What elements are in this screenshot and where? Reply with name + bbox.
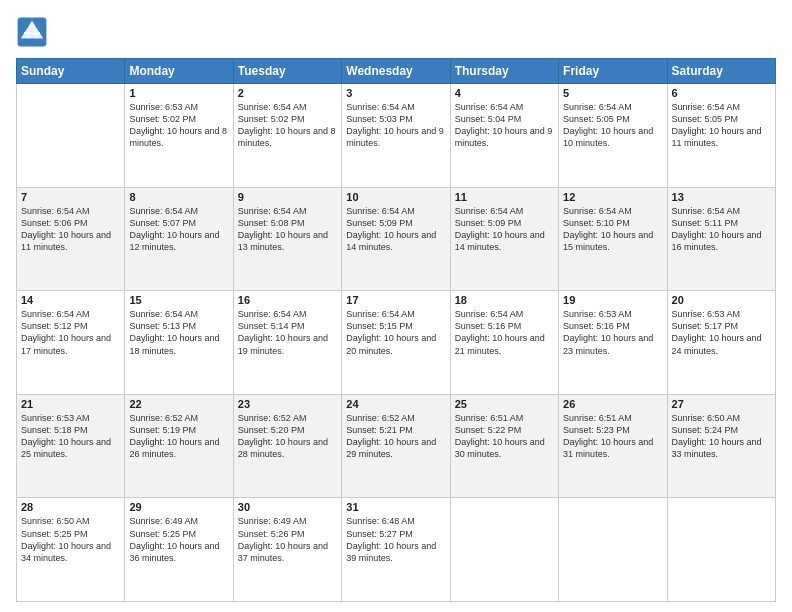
day-of-week-header: Tuesday [233,59,341,84]
calendar-cell: 25Sunrise: 6:51 AMSunset: 5:22 PMDayligh… [450,394,558,498]
day-number: 8 [129,191,228,203]
day-number: 26 [563,398,662,410]
calendar-cell: 14Sunrise: 6:54 AMSunset: 5:12 PMDayligh… [17,291,125,395]
calendar-cell: 28Sunrise: 6:50 AMSunset: 5:25 PMDayligh… [17,498,125,602]
day-number: 2 [238,87,337,99]
calendar-cell: 3Sunrise: 6:54 AMSunset: 5:03 PMDaylight… [342,84,450,188]
cell-info: Sunrise: 6:54 AMSunset: 5:13 PMDaylight:… [129,308,228,357]
day-number: 17 [346,294,445,306]
calendar-week-row: 1Sunrise: 6:53 AMSunset: 5:02 PMDaylight… [17,84,776,188]
calendar-cell: 1Sunrise: 6:53 AMSunset: 5:02 PMDaylight… [125,84,233,188]
day-number: 31 [346,501,445,513]
day-number: 6 [672,87,771,99]
cell-info: Sunrise: 6:53 AMSunset: 5:17 PMDaylight:… [672,308,771,357]
page: SundayMondayTuesdayWednesdayThursdayFrid… [0,0,792,612]
cell-info: Sunrise: 6:53 AMSunset: 5:02 PMDaylight:… [129,101,228,150]
calendar-header-row: SundayMondayTuesdayWednesdayThursdayFrid… [17,59,776,84]
day-number: 5 [563,87,662,99]
day-number: 13 [672,191,771,203]
cell-info: Sunrise: 6:48 AMSunset: 5:27 PMDaylight:… [346,515,445,564]
cell-info: Sunrise: 6:52 AMSunset: 5:21 PMDaylight:… [346,412,445,461]
day-number: 11 [455,191,554,203]
day-number: 24 [346,398,445,410]
cell-info: Sunrise: 6:54 AMSunset: 5:12 PMDaylight:… [21,308,120,357]
cell-info: Sunrise: 6:49 AMSunset: 5:26 PMDaylight:… [238,515,337,564]
calendar-cell: 5Sunrise: 6:54 AMSunset: 5:05 PMDaylight… [559,84,667,188]
cell-info: Sunrise: 6:54 AMSunset: 5:06 PMDaylight:… [21,205,120,254]
cell-info: Sunrise: 6:54 AMSunset: 5:16 PMDaylight:… [455,308,554,357]
calendar-cell: 10Sunrise: 6:54 AMSunset: 5:09 PMDayligh… [342,187,450,291]
day-of-week-header: Friday [559,59,667,84]
day-number: 14 [21,294,120,306]
general-blue-icon [16,16,48,48]
calendar-cell: 11Sunrise: 6:54 AMSunset: 5:09 PMDayligh… [450,187,558,291]
calendar-cell: 7Sunrise: 6:54 AMSunset: 5:06 PMDaylight… [17,187,125,291]
cell-info: Sunrise: 6:50 AMSunset: 5:25 PMDaylight:… [21,515,120,564]
calendar-cell [450,498,558,602]
day-of-week-header: Monday [125,59,233,84]
cell-info: Sunrise: 6:49 AMSunset: 5:25 PMDaylight:… [129,515,228,564]
day-number: 3 [346,87,445,99]
calendar-cell: 29Sunrise: 6:49 AMSunset: 5:25 PMDayligh… [125,498,233,602]
cell-info: Sunrise: 6:52 AMSunset: 5:19 PMDaylight:… [129,412,228,461]
cell-info: Sunrise: 6:54 AMSunset: 5:03 PMDaylight:… [346,101,445,150]
day-number: 22 [129,398,228,410]
calendar-cell: 2Sunrise: 6:54 AMSunset: 5:02 PMDaylight… [233,84,341,188]
calendar-week-row: 21Sunrise: 6:53 AMSunset: 5:18 PMDayligh… [17,394,776,498]
calendar-cell: 17Sunrise: 6:54 AMSunset: 5:15 PMDayligh… [342,291,450,395]
calendar-week-row: 28Sunrise: 6:50 AMSunset: 5:25 PMDayligh… [17,498,776,602]
cell-info: Sunrise: 6:50 AMSunset: 5:24 PMDaylight:… [672,412,771,461]
calendar-cell: 31Sunrise: 6:48 AMSunset: 5:27 PMDayligh… [342,498,450,602]
calendar-cell: 26Sunrise: 6:51 AMSunset: 5:23 PMDayligh… [559,394,667,498]
cell-info: Sunrise: 6:54 AMSunset: 5:08 PMDaylight:… [238,205,337,254]
day-number: 12 [563,191,662,203]
calendar-cell: 30Sunrise: 6:49 AMSunset: 5:26 PMDayligh… [233,498,341,602]
cell-info: Sunrise: 6:54 AMSunset: 5:15 PMDaylight:… [346,308,445,357]
calendar-cell: 24Sunrise: 6:52 AMSunset: 5:21 PMDayligh… [342,394,450,498]
calendar-cell: 21Sunrise: 6:53 AMSunset: 5:18 PMDayligh… [17,394,125,498]
cell-info: Sunrise: 6:54 AMSunset: 5:05 PMDaylight:… [563,101,662,150]
calendar-cell: 15Sunrise: 6:54 AMSunset: 5:13 PMDayligh… [125,291,233,395]
day-number: 4 [455,87,554,99]
day-number: 9 [238,191,337,203]
calendar-week-row: 7Sunrise: 6:54 AMSunset: 5:06 PMDaylight… [17,187,776,291]
calendar-cell: 27Sunrise: 6:50 AMSunset: 5:24 PMDayligh… [667,394,775,498]
day-number: 19 [563,294,662,306]
calendar-week-row: 14Sunrise: 6:54 AMSunset: 5:12 PMDayligh… [17,291,776,395]
day-number: 25 [455,398,554,410]
calendar-cell: 22Sunrise: 6:52 AMSunset: 5:19 PMDayligh… [125,394,233,498]
day-number: 28 [21,501,120,513]
calendar-cell: 23Sunrise: 6:52 AMSunset: 5:20 PMDayligh… [233,394,341,498]
cell-info: Sunrise: 6:52 AMSunset: 5:20 PMDaylight:… [238,412,337,461]
day-number: 10 [346,191,445,203]
cell-info: Sunrise: 6:54 AMSunset: 5:09 PMDaylight:… [346,205,445,254]
calendar-cell: 13Sunrise: 6:54 AMSunset: 5:11 PMDayligh… [667,187,775,291]
cell-info: Sunrise: 6:54 AMSunset: 5:10 PMDaylight:… [563,205,662,254]
day-number: 29 [129,501,228,513]
cell-info: Sunrise: 6:51 AMSunset: 5:22 PMDaylight:… [455,412,554,461]
day-number: 16 [238,294,337,306]
day-number: 21 [21,398,120,410]
calendar-cell: 4Sunrise: 6:54 AMSunset: 5:04 PMDaylight… [450,84,558,188]
cell-info: Sunrise: 6:54 AMSunset: 5:09 PMDaylight:… [455,205,554,254]
day-of-week-header: Sunday [17,59,125,84]
cell-info: Sunrise: 6:54 AMSunset: 5:11 PMDaylight:… [672,205,771,254]
calendar-cell: 9Sunrise: 6:54 AMSunset: 5:08 PMDaylight… [233,187,341,291]
day-number: 15 [129,294,228,306]
calendar-cell [559,498,667,602]
cell-info: Sunrise: 6:54 AMSunset: 5:04 PMDaylight:… [455,101,554,150]
day-number: 20 [672,294,771,306]
calendar-cell [667,498,775,602]
cell-info: Sunrise: 6:54 AMSunset: 5:07 PMDaylight:… [129,205,228,254]
day-number: 30 [238,501,337,513]
day-of-week-header: Wednesday [342,59,450,84]
calendar-cell: 12Sunrise: 6:54 AMSunset: 5:10 PMDayligh… [559,187,667,291]
calendar-table: SundayMondayTuesdayWednesdayThursdayFrid… [16,58,776,602]
cell-info: Sunrise: 6:54 AMSunset: 5:14 PMDaylight:… [238,308,337,357]
day-number: 7 [21,191,120,203]
calendar-cell: 20Sunrise: 6:53 AMSunset: 5:17 PMDayligh… [667,291,775,395]
calendar-cell [17,84,125,188]
day-of-week-header: Saturday [667,59,775,84]
cell-info: Sunrise: 6:54 AMSunset: 5:02 PMDaylight:… [238,101,337,150]
calendar-cell: 6Sunrise: 6:54 AMSunset: 5:05 PMDaylight… [667,84,775,188]
